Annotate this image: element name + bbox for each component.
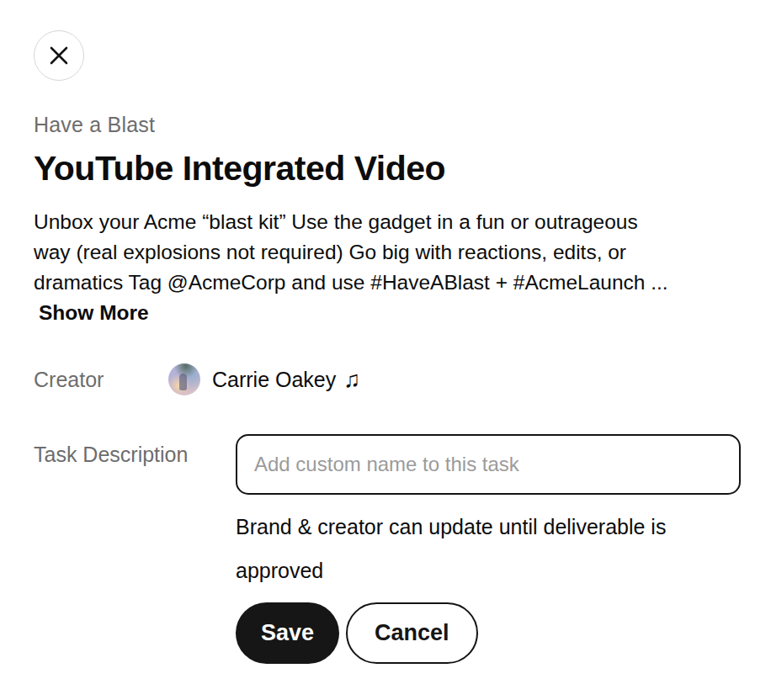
creator-name: Carrie Oakey ♫ (212, 368, 361, 392)
task-detail-modal: Have a Blast YouTube Integrated Video Un… (0, 0, 771, 700)
save-button[interactable]: Save (236, 602, 339, 664)
close-button[interactable] (34, 30, 84, 81)
task-description-section: Task Description Brand & creator can upd… (34, 434, 741, 664)
show-more-link[interactable]: Show More (39, 298, 149, 328)
button-row: Save Cancel (236, 602, 741, 664)
cancel-button[interactable]: Cancel (346, 602, 478, 664)
task-description-text: Unbox your Acme “blast kit” Use the gadg… (34, 207, 741, 328)
task-description-label: Task Description (34, 434, 236, 467)
creator-row: Creator Carrie Oakey ♫ (34, 363, 741, 395)
close-icon (48, 45, 70, 66)
description-line: way (real explosions not required) Go bi… (34, 237, 741, 268)
creator-avatar (168, 363, 200, 395)
page-title: YouTube Integrated Video (34, 149, 741, 188)
helper-text: Brand & creator can update until deliver… (236, 505, 728, 592)
task-description-main: Brand & creator can update until deliver… (236, 434, 741, 664)
creator-label: Creator (34, 368, 168, 392)
description-line: dramatics Tag @AcmeCorp and use #HaveABl… (34, 268, 741, 298)
creator-name-text: Carrie Oakey (212, 368, 336, 392)
campaign-name: Have a Blast (34, 113, 741, 137)
task-name-input[interactable] (236, 434, 741, 495)
description-line: Unbox your Acme “blast kit” Use the gadg… (34, 207, 741, 237)
music-note-icon: ♫ (343, 369, 360, 391)
